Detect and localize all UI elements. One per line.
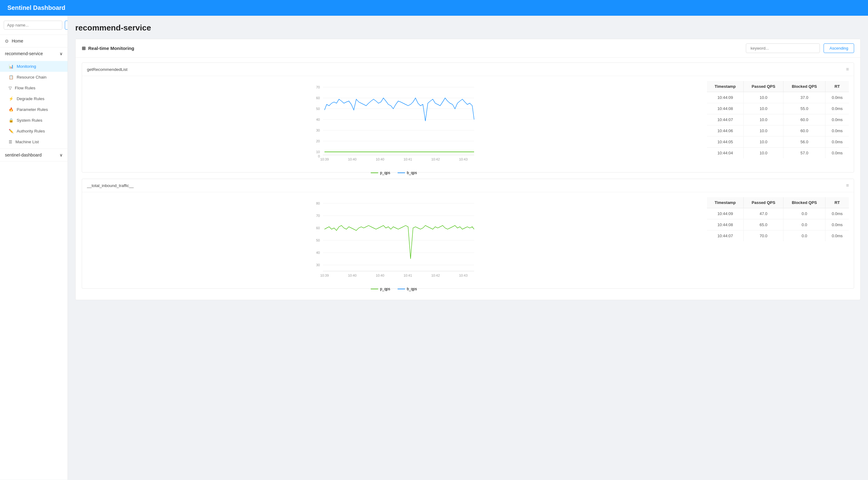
sidebar-item-parameter-rules[interactable]: 🔥 Parameter Rules: [0, 104, 67, 115]
metric-card-1-header: getRecommendedList ≡: [82, 63, 854, 76]
monitoring-label: Monitoring: [17, 64, 36, 69]
table-row: 10:44:0770.00.00.0ms: [707, 231, 849, 242]
keyword-input[interactable]: [746, 43, 820, 53]
table-row: 10:44:0910.037.00.0ms: [707, 92, 849, 103]
service-name: recommend-service: [5, 51, 43, 56]
chart-svg-1: 70 60 50 40 30 20 10 0 10:39 10:40: [87, 81, 701, 167]
chart-legend-2: p_qps b_qps: [87, 284, 701, 293]
pqps-label-2: p_qps: [380, 287, 390, 291]
legend-bqps-2: b_qps: [398, 287, 417, 291]
home-nav-item[interactable]: ⊙ Home: [0, 35, 67, 47]
data-table-1: Timestamp Passed QPS Blocked QPS RT 10:4…: [707, 81, 849, 158]
svg-text:0: 0: [318, 155, 320, 158]
sidebar-item-authority-rules[interactable]: ✏️ Authority Rules: [0, 126, 67, 136]
table-row: 10:44:0410.057.00.0ms: [707, 147, 849, 159]
app-title: Sentinel Dashboard: [7, 4, 65, 11]
flow-rules-icon: ▽: [9, 85, 12, 90]
ascending-button[interactable]: Ascending: [824, 43, 854, 53]
authority-rules-icon: ✏️: [9, 129, 13, 133]
page-title: recommend-service: [75, 23, 861, 33]
svg-text:10:40: 10:40: [376, 158, 384, 161]
menu-icon-2[interactable]: ≡: [846, 183, 849, 188]
col-passed-qps-1: Passed QPS: [743, 81, 783, 92]
chevron-down-icon: ∨: [60, 51, 63, 56]
degrade-rules-label: Degrade Rules: [17, 96, 44, 101]
resource-chain-icon: 📋: [9, 75, 13, 79]
col-timestamp-1: Timestamp: [707, 81, 743, 92]
header-controls: Ascending: [746, 43, 854, 53]
col-rt-1: RT: [826, 81, 849, 92]
system-rules-label: System Rules: [17, 118, 42, 123]
table-row: 10:44:0710.060.00.0ms: [707, 114, 849, 126]
service-group-header-recommend[interactable]: recommend-service ∨: [0, 47, 67, 60]
menu-icon-1[interactable]: ≡: [846, 67, 849, 72]
chart-legend-1: p_qps b_qps: [87, 168, 701, 176]
authority-rules-label: Authority Rules: [17, 129, 45, 133]
svg-text:10:39: 10:39: [320, 274, 329, 277]
flow-rules-label: Flow Rules: [15, 85, 35, 90]
pqps-line-2: [371, 289, 378, 289]
table-row: 10:44:0510.056.00.0ms: [707, 136, 849, 147]
col-timestamp-2: Timestamp: [707, 197, 743, 208]
bqps-line: [398, 173, 405, 173]
chart-area-2: 80 70 60 50 40 30 10:39 10:40 10:40 10: [87, 197, 701, 283]
table-row: 10:44:0865.00.00.0ms: [707, 219, 849, 231]
sidebar-item-machine-list[interactable]: ☰ Machine List: [0, 136, 67, 147]
sidebar-item-monitoring[interactable]: 📊 Monitoring: [0, 61, 67, 72]
home-label: Home: [12, 38, 23, 43]
metric-card-1: getRecommendedList ≡: [82, 63, 854, 173]
svg-text:10:40: 10:40: [376, 274, 384, 277]
metric-card-2-title: __total_inbound_traffic__: [87, 183, 133, 188]
svg-text:70: 70: [316, 85, 320, 89]
svg-text:40: 40: [316, 251, 320, 254]
table-row: 10:44:0810.055.00.0ms: [707, 103, 849, 114]
pqps-label: p_qps: [380, 171, 390, 175]
system-rules-icon: 🔒: [9, 118, 13, 123]
sidebar: Search ⊙ Home recommend-service ∨ 📊 Moni…: [0, 16, 68, 480]
sidebar-item-degrade-rules[interactable]: ⚡ Degrade Rules: [0, 93, 67, 104]
svg-text:70: 70: [316, 214, 320, 217]
sidebar-item-resource-chain[interactable]: 📋 Resource Chain: [0, 72, 67, 82]
bqps-line-2: [398, 289, 405, 289]
metric-section: getRecommendedList ≡: [75, 58, 860, 300]
metric-card-2: __total_inbound_traffic__ ≡: [82, 179, 854, 289]
sidebar-item-system-rules[interactable]: 🔒 System Rules: [0, 115, 67, 126]
sentinel-service-name: sentinel-dashboard: [5, 152, 42, 158]
legend-pqps: p_qps: [371, 171, 390, 175]
svg-text:50: 50: [316, 107, 320, 111]
svg-text:10:42: 10:42: [431, 158, 440, 161]
chevron-right-icon: ∨: [60, 152, 63, 158]
parameter-rules-label: Parameter Rules: [17, 107, 48, 112]
table-row: 10:44:0610.060.00.0ms: [707, 126, 849, 136]
metric-card-2-header: __total_inbound_traffic__ ≡: [82, 179, 854, 192]
table-row: 10:44:0947.00.00.0ms: [707, 208, 849, 219]
col-rt-2: RT: [826, 197, 849, 208]
svg-text:50: 50: [316, 238, 320, 242]
table-area-1: Timestamp Passed QPS Blocked QPS RT 10:4…: [707, 81, 849, 167]
svg-text:60: 60: [316, 226, 320, 230]
col-blocked-qps-2: Blocked QPS: [783, 197, 826, 208]
svg-text:10:43: 10:43: [459, 274, 468, 277]
legend-bqps: b_qps: [398, 171, 417, 175]
col-blocked-qps-1: Blocked QPS: [783, 81, 826, 92]
degrade-rules-icon: ⚡: [9, 96, 13, 101]
service-group-header-sentinel[interactable]: sentinel-dashboard ∨: [0, 149, 67, 161]
pqps-line: [371, 173, 378, 173]
metric-card-1-body: 70 60 50 40 30 20 10 0 10:39 10:40: [82, 76, 854, 172]
app-header: Sentinel Dashboard: [0, 0, 868, 16]
chart-area-1: 70 60 50 40 30 20 10 0 10:39 10:40: [87, 81, 701, 167]
svg-text:40: 40: [316, 118, 320, 122]
svg-text:10:39: 10:39: [320, 158, 329, 161]
svg-text:10:40: 10:40: [348, 274, 356, 277]
search-button[interactable]: Search: [65, 21, 68, 30]
table-area-2: Timestamp Passed QPS Blocked QPS RT 10:4…: [707, 197, 849, 283]
svg-text:20: 20: [316, 139, 320, 143]
machine-list-icon: ☰: [9, 140, 12, 144]
search-input[interactable]: [4, 21, 62, 30]
sidebar-item-flow-rules[interactable]: ▽ Flow Rules: [0, 82, 67, 93]
home-icon: ⊙: [5, 38, 9, 43]
svg-text:30: 30: [316, 263, 320, 267]
svg-text:10: 10: [316, 150, 320, 154]
main-layout: Search ⊙ Home recommend-service ∨ 📊 Moni…: [0, 16, 868, 480]
monitoring-title: ⊞ Real-time Monitoring: [82, 45, 134, 51]
